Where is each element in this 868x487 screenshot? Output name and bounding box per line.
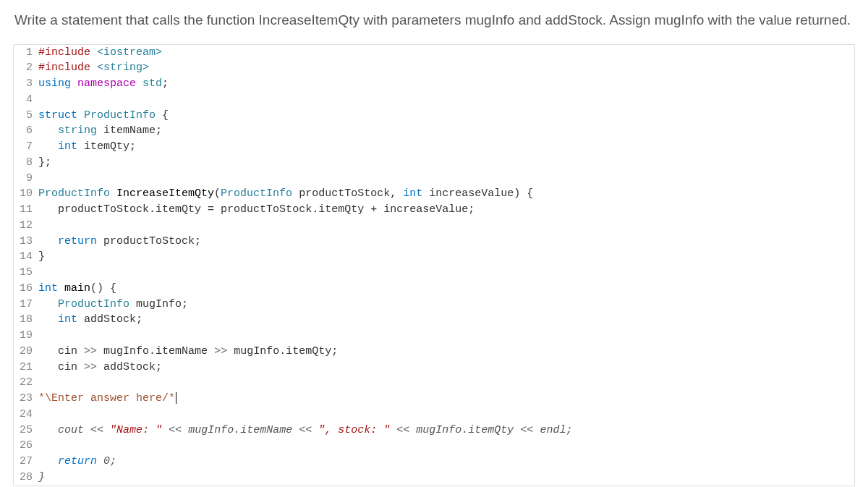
line-number: 13 xyxy=(14,234,38,250)
line-number: 10 xyxy=(14,186,38,202)
code-line: 11 productToStock.itemQty = productToSto… xyxy=(14,202,854,218)
code-line: 7 int itemQty; xyxy=(14,139,854,155)
line-number: 26 xyxy=(14,438,38,454)
code-line: 6 string itemName; xyxy=(14,123,854,139)
line-number: 19 xyxy=(14,328,38,344)
line-number: 5 xyxy=(14,108,38,124)
code-line: 21 cin >> addStock; xyxy=(14,360,854,376)
line-number: 23 xyxy=(14,391,38,407)
code-line: 25 cout << "Name: " << mugInfo.itemName … xyxy=(14,423,854,439)
line-number: 27 xyxy=(14,454,38,470)
line-number: 1 xyxy=(14,45,38,61)
text-cursor xyxy=(176,392,176,404)
code-line: 4 xyxy=(14,92,854,108)
line-number: 3 xyxy=(14,76,38,92)
code-line: 24 xyxy=(14,407,854,423)
line-number: 2 xyxy=(14,60,38,76)
code-line: 10 ProductInfo IncreaseItemQty(ProductIn… xyxy=(14,186,854,202)
code-line: 28 } xyxy=(14,470,854,486)
line-number: 25 xyxy=(14,423,38,439)
line-number: 18 xyxy=(14,312,38,328)
line-number: 15 xyxy=(14,265,38,281)
code-line: 9 xyxy=(14,171,854,187)
line-number: 28 xyxy=(14,470,38,486)
line-number: 14 xyxy=(14,249,38,265)
code-line: 12 xyxy=(14,218,854,234)
code-line: 18 int addStock; xyxy=(14,312,854,328)
code-line: 14 } xyxy=(14,249,854,265)
code-line: 1 #include <iostream> xyxy=(14,45,854,61)
code-line[interactable]: 23 *\Enter answer here/* xyxy=(14,391,854,407)
code-line: 5 struct ProductInfo { xyxy=(14,108,854,124)
line-number: 7 xyxy=(14,139,38,155)
code-line: 19 xyxy=(14,328,854,344)
question-text: Write a statement that calls the functio… xyxy=(0,0,868,44)
code-line: 8 }; xyxy=(14,155,854,171)
code-line: 26 xyxy=(14,438,854,454)
code-line: 2 #include <string> xyxy=(14,60,854,76)
line-number: 20 xyxy=(14,344,38,360)
line-number: 17 xyxy=(14,297,38,313)
line-number: 6 xyxy=(14,123,38,139)
line-number: 21 xyxy=(14,360,38,376)
line-number: 11 xyxy=(14,202,38,218)
code-line: 20 cin >> mugInfo.itemName >> mugInfo.it… xyxy=(14,344,854,360)
line-number: 16 xyxy=(14,281,38,297)
line-number: 12 xyxy=(14,218,38,234)
code-line: 15 xyxy=(14,265,854,281)
code-line: 16 int main() { xyxy=(14,281,854,297)
code-line: 22 xyxy=(14,375,854,391)
line-number: 4 xyxy=(14,92,38,108)
code-line: 27 return 0; xyxy=(14,454,854,470)
code-line: 3 using namespace std; xyxy=(14,76,854,92)
line-number: 22 xyxy=(14,375,38,391)
code-line: 13 return productToStock; xyxy=(14,234,854,250)
line-number: 9 xyxy=(14,171,38,187)
code-editor[interactable]: 1 #include <iostream> 2 #include <string… xyxy=(13,44,855,486)
code-line: 17 ProductInfo mugInfo; xyxy=(14,297,854,313)
line-number: 24 xyxy=(14,407,38,423)
line-number: 8 xyxy=(14,155,38,171)
